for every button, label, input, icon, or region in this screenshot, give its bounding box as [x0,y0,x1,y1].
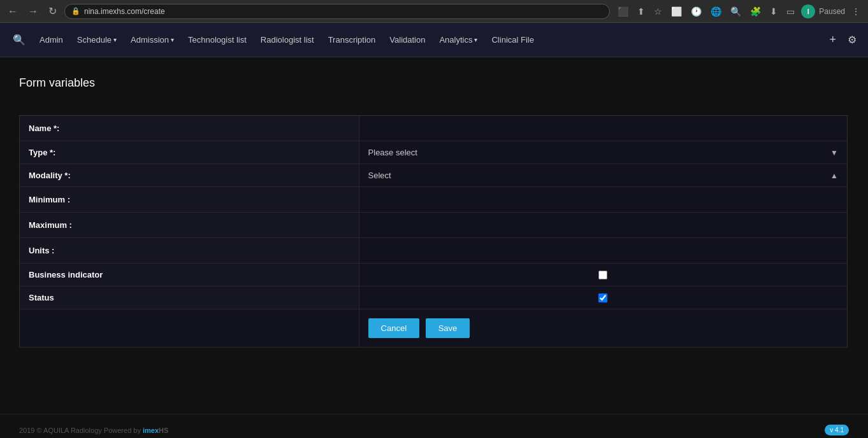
business-indicator-checkbox[interactable] [598,271,607,279]
nav-clinical-file-label: Clinical File [491,35,533,45]
nav-admission[interactable]: Admission ▾ [124,31,180,48]
type-select[interactable]: Please select [368,148,831,157]
nav-clinical-file[interactable]: Clinical File [485,31,540,48]
form-row-business-indicator: Business indicator [20,264,848,286]
settings-button[interactable]: ⚙ [843,30,862,50]
page-title: Form variables [19,76,849,90]
nav-admin[interactable]: Admin [33,31,69,48]
brand-hs: HS [159,427,168,434]
nav-technologist-label: Technologist list [188,35,247,45]
status-checkbox[interactable] [598,293,607,302]
save-button[interactable]: Save [426,318,470,338]
browser-bar: ← → ↻ 🔒 nina.imexhs.com/create ⬛ ⬆ ☆ ⬜ 🕐… [0,0,868,23]
chevron-down-icon: ▼ [830,148,838,157]
search-button[interactable]: 🔍 [6,30,32,50]
copyright-text: 2019 © AQUILA Radiology Powered by [19,427,143,434]
navbar: 🔍 Admin Schedule ▾ Admission ▾ Technolog… [0,23,868,57]
minimum-input[interactable] [368,194,838,206]
type-select-wrapper: Please select ▼ [368,148,838,157]
history-icon[interactable]: 🕐 [688,5,704,18]
chevron-down-icon: ▾ [171,36,174,43]
form-row-name: Name *: [20,116,848,141]
zoom-icon[interactable]: 🔍 [728,5,744,18]
nav-technologist-list[interactable]: Technologist list [182,31,253,48]
forward-button[interactable]: → [25,4,41,18]
nav-validation-label: Validation [389,35,425,45]
nav-validation[interactable]: Validation [383,31,431,48]
bookmark-icon[interactable]: ☆ [651,5,665,18]
field-label-type: Type *: [20,141,359,164]
share-icon[interactable]: ⬆ [635,5,647,18]
menu-button[interactable]: ⋮ [849,5,863,18]
form-row-minimum: Minimum : [20,187,848,213]
save-page-icon[interactable]: ⬇ [767,5,780,18]
brand-imex: imex [143,427,159,434]
modality-select[interactable]: Select [368,171,831,180]
field-value-units [359,238,847,264]
extension-icon[interactable]: 🧩 [748,5,763,18]
field-label-maximum: Maximum : [20,213,359,238]
business-indicator-checkbox-cell [368,271,838,279]
nav-transcription-label: Transcription [328,35,376,45]
nav-analytics[interactable]: Analytics ▾ [433,31,484,48]
nav-radiologist-list[interactable]: Radiologist list [254,31,321,48]
form-row-modality: Modality *: Select ▲ [20,164,848,187]
window-icon[interactable]: ▭ [784,5,797,18]
address-bar[interactable]: 🔒 nina.imexhs.com/create [64,4,610,19]
form-row-status: Status [20,286,848,309]
buttons-left-cell [20,309,359,348]
nav-schedule-label: Schedule [77,35,112,45]
main-content: Form variables Name *: Type *: Please se… [0,57,868,414]
nav-schedule[interactable]: Schedule ▾ [71,31,123,48]
profile-button[interactable]: I [801,4,815,18]
field-value-minimum [359,187,847,213]
nav-radiologist-label: Radiologist list [261,35,314,45]
name-input[interactable] [368,122,838,134]
field-label-name: Name *: [20,116,359,141]
tab-icon[interactable]: ⬜ [669,5,684,18]
nav-analytics-label: Analytics [439,35,472,45]
form-buttons-row: Cancel Save [20,309,848,348]
footer-copyright: 2019 © AQUILA Radiology Powered by imexH… [19,427,168,434]
form-row-units: Units : [20,238,848,264]
chevron-down-icon: ▾ [474,36,477,43]
field-value-modality: Select ▲ [359,164,847,187]
status-checkbox-cell [368,293,838,302]
translate-icon[interactable]: 🌐 [708,5,724,18]
form-table: Name *: Type *: Please select ▼ Modality… [19,115,848,348]
form-row-maximum: Maximum : [20,213,848,238]
field-label-units: Units : [20,238,359,264]
field-value-business-indicator [359,264,847,286]
cast-icon[interactable]: ⬛ [615,5,631,18]
nav-admission-label: Admission [131,35,169,45]
form-row-type: Type *: Please select ▼ [20,141,848,164]
version-badge: v 4.1 [825,425,849,435]
paused-label: Paused [819,7,845,16]
modality-select-wrapper: Select ▲ [368,171,838,180]
browser-actions: ⬛ ⬆ ☆ ⬜ 🕐 🌐 🔍 🧩 ⬇ ▭ I Paused ⋮ [615,4,863,18]
field-label-status: Status [20,286,359,309]
reload-button[interactable]: ↻ [46,4,59,18]
chevron-down-icon: ▾ [113,36,117,43]
field-value-status [359,286,847,309]
footer: 2019 © AQUILA Radiology Powered by imexH… [0,414,868,438]
cancel-button[interactable]: Cancel [368,318,419,338]
units-input[interactable] [368,244,838,257]
field-label-minimum: Minimum : [20,187,359,213]
back-button[interactable]: ← [5,4,20,18]
maximum-input[interactable] [368,219,838,231]
chevron-up-icon: ▲ [830,171,838,180]
field-label-modality: Modality *: [20,164,359,187]
lock-icon: 🔒 [71,7,80,15]
add-button[interactable]: + [824,29,841,50]
nav-transcription[interactable]: Transcription [322,31,382,48]
field-value-name [359,116,847,141]
buttons-cell: Cancel Save [359,309,847,348]
url-text: nina.imexhs.com/create [84,7,165,16]
nav-admin-label: Admin [40,35,63,45]
field-label-business-indicator: Business indicator [20,264,359,286]
paused-button[interactable]: Paused [819,7,845,16]
field-value-type: Please select ▼ [359,141,847,164]
field-value-maximum [359,213,847,238]
